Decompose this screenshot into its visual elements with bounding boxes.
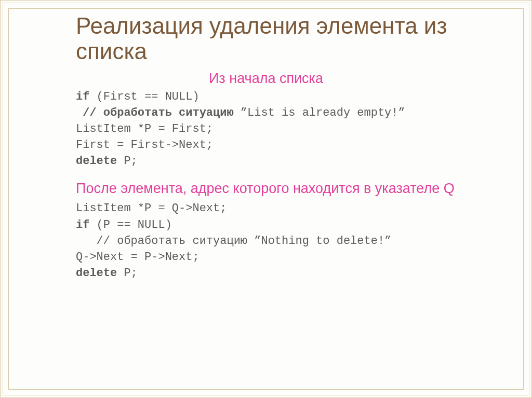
slide-title: Реализация удаления элемента из списка [76, 13, 503, 64]
section1-code: if (First == NULL) // обработать ситуаци… [76, 89, 503, 170]
slide: Реализация удаления элемента из списка И… [0, 0, 532, 398]
section1-heading: Из начала списка [29, 71, 503, 87]
section2-code: ListItem *P = Q->Next; if (P == NULL) //… [76, 200, 503, 281]
section2-heading: После элемента, адрес которого находится… [76, 180, 503, 198]
